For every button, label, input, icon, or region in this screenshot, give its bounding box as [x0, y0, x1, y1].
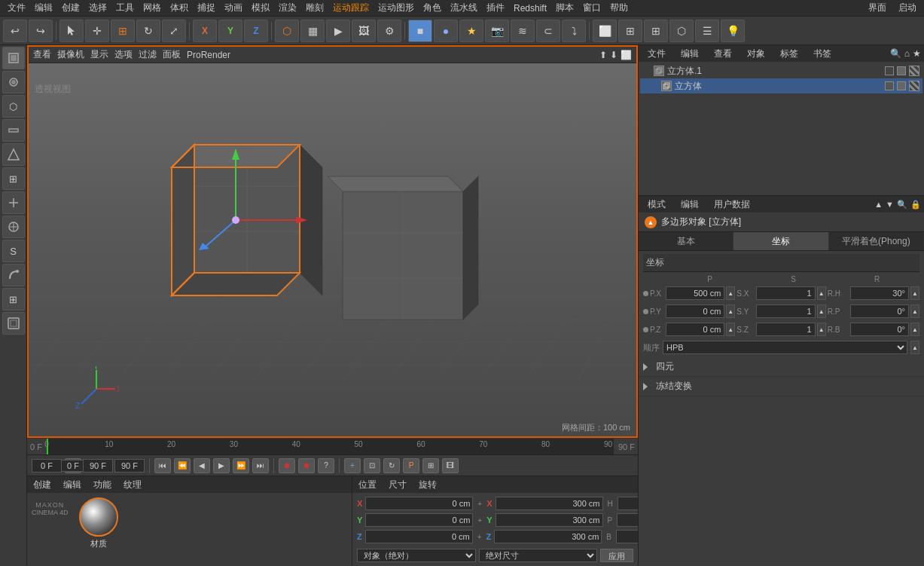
timeline-track[interactable]: 0 10 20 30 40 50 60 70 80 90 — [47, 439, 614, 454]
mat-tab-edit[interactable]: 编辑 — [60, 479, 84, 491]
px-input[interactable] — [666, 286, 724, 300]
props-nav-down[interactable]: ▼ — [886, 200, 894, 209]
render-settings-button[interactable]: ⚙ — [377, 20, 401, 42]
render-region-button[interactable]: ▦ — [300, 20, 325, 42]
param-button[interactable]: P — [403, 458, 419, 473]
rot-button[interactable]: ⊡ — [364, 458, 380, 473]
left-tool-5[interactable] — [2, 143, 25, 166]
rp-input[interactable] — [850, 304, 909, 318]
home-icon[interactable]: ⌂ — [904, 48, 910, 59]
lamp-button[interactable]: 💡 — [721, 20, 745, 42]
quaternion-section[interactable]: 四元 — [639, 357, 924, 377]
next-frame-button[interactable]: ⏩ — [233, 458, 249, 473]
viewport-menu-camera[interactable]: 摄像机 — [57, 48, 84, 61]
menu-plugins[interactable]: 插件 — [482, 0, 509, 16]
py-input[interactable] — [666, 304, 724, 318]
prop-tab-basic[interactable]: 基本 — [639, 232, 733, 250]
freeze-section[interactable]: 冻结变换 — [639, 377, 924, 396]
menu-help[interactable]: 帮助 — [605, 0, 633, 16]
sz-input[interactable] — [756, 323, 815, 336]
menu-motion-tracking[interactable]: 运动跟踪 — [328, 0, 374, 16]
left-tool-11[interactable]: ⊞ — [2, 288, 25, 311]
mat-tab-texture[interactable]: 纹理 — [120, 479, 145, 491]
left-tool-8[interactable] — [2, 216, 25, 238]
undo-button[interactable]: ↩ — [3, 20, 27, 42]
frame-prev-input[interactable] — [65, 458, 81, 473]
sz-arrow[interactable]: ▲ — [817, 323, 826, 336]
menu-interface[interactable]: 界面 — [864, 0, 891, 16]
obj-visibility-cube1[interactable] — [897, 66, 906, 75]
obj-visibility-cube[interactable] — [897, 81, 906, 90]
viewport-menu-prorender[interactable]: ProRender — [187, 50, 230, 60]
order-dropdown[interactable]: HPB — [663, 341, 907, 354]
rb-input[interactable] — [850, 323, 909, 336]
sphere-button[interactable]: ● — [434, 20, 458, 42]
pz-input[interactable] — [666, 323, 724, 336]
grid-button[interactable]: ⊞ — [644, 20, 668, 42]
floor-button[interactable]: ☰ — [695, 20, 719, 42]
viewport-menu-options[interactable]: 选项 — [114, 48, 133, 61]
mode-tab-userdata[interactable]: 用户数据 — [708, 197, 756, 213]
redo-button[interactable]: ↪ — [29, 20, 53, 42]
scale-tool-button[interactable]: ⊞ — [111, 20, 135, 42]
obj-tab-edit[interactable]: 编辑 — [675, 46, 705, 62]
mode-tab-mode[interactable]: 模式 — [642, 197, 672, 213]
menu-character[interactable]: 角色 — [419, 0, 446, 16]
display-mode-button[interactable]: ⬜ — [593, 20, 617, 42]
viewport-menu-view[interactable]: 查看 — [33, 48, 51, 61]
search-icon[interactable]: 🔍 — [890, 48, 901, 59]
axis-y-button[interactable]: Y — [218, 20, 242, 42]
menu-edit[interactable]: 编辑 — [30, 0, 57, 16]
bookmark-icon[interactable]: ★ — [913, 48, 921, 59]
viewport-nav-down[interactable]: ⬇ — [610, 50, 618, 60]
record-all-button[interactable]: ⏺ — [298, 458, 315, 473]
menu-scripts[interactable]: 脚本 — [551, 0, 578, 16]
sy-input[interactable] — [756, 304, 815, 318]
cube-right[interactable] — [320, 169, 486, 359]
menu-redshift[interactable]: Redshift — [509, 2, 551, 15]
sx-arrow[interactable]: ▲ — [817, 286, 826, 300]
select-tool-button[interactable] — [59, 20, 84, 42]
pos-y-input[interactable] — [365, 513, 473, 527]
start-frame-input[interactable] — [32, 459, 62, 473]
menu-simulate[interactable]: 模拟 — [247, 0, 274, 16]
scale-btn[interactable]: ↻ — [383, 458, 400, 473]
left-tool-9[interactable]: S — [2, 240, 25, 262]
props-search[interactable]: 🔍 — [897, 200, 907, 210]
left-tool-6[interactable]: ⊞ — [2, 167, 25, 190]
object-mode-button[interactable]: ⬡ — [275, 20, 299, 42]
mat-tab-function[interactable]: 功能 — [90, 479, 114, 491]
object-item-cube1[interactable]: 立方体.1 — [640, 63, 922, 78]
left-tool-1[interactable] — [2, 47, 25, 69]
menu-mesh[interactable]: 网格 — [139, 0, 166, 16]
size-x-input[interactable] — [496, 497, 603, 510]
menu-launch[interactable]: 启动 — [894, 0, 921, 16]
props-nav-up[interactable]: ▲ — [874, 200, 883, 209]
sx-input[interactable] — [756, 286, 815, 300]
coord-size-dropdown[interactable]: 绝对尺寸 — [479, 549, 598, 562]
rb-arrow[interactable]: ▲ — [910, 323, 919, 336]
left-tool-3[interactable]: ⬡ — [2, 95, 25, 118]
pz-arrow[interactable]: ▲ — [726, 323, 735, 336]
menu-tools[interactable]: 工具 — [111, 0, 139, 16]
axis-z-button[interactable]: Z — [244, 20, 268, 42]
end-frame-input[interactable] — [83, 459, 113, 473]
viewport-menu-filter[interactable]: 过滤 — [139, 48, 157, 61]
nurbs-button[interactable]: ⊂ — [536, 20, 560, 42]
pos-button[interactable]: + — [344, 458, 361, 473]
menu-snap[interactable]: 捕捉 — [193, 0, 220, 16]
selected-cube[interactable] — [149, 137, 330, 350]
mat-tab-create[interactable]: 创建 — [30, 479, 54, 491]
obj-tab-tags[interactable]: 标签 — [774, 46, 804, 62]
object-item-cube[interactable]: 立方体 — [640, 78, 922, 93]
menu-volume[interactable]: 体积 — [166, 0, 193, 16]
py-arrow[interactable]: ▲ — [726, 304, 735, 318]
cube-button[interactable]: ■ — [408, 20, 432, 42]
menu-window[interactable]: 窗口 — [578, 0, 605, 16]
menu-animate[interactable]: 动画 — [220, 0, 247, 16]
menu-file[interactable]: 文件 — [3, 0, 30, 16]
order-arrow[interactable]: ▲ — [910, 341, 919, 354]
size-z-input[interactable] — [494, 530, 602, 543]
light-button[interactable]: ★ — [459, 20, 483, 42]
rh-arrow[interactable]: ▲ — [910, 286, 919, 300]
